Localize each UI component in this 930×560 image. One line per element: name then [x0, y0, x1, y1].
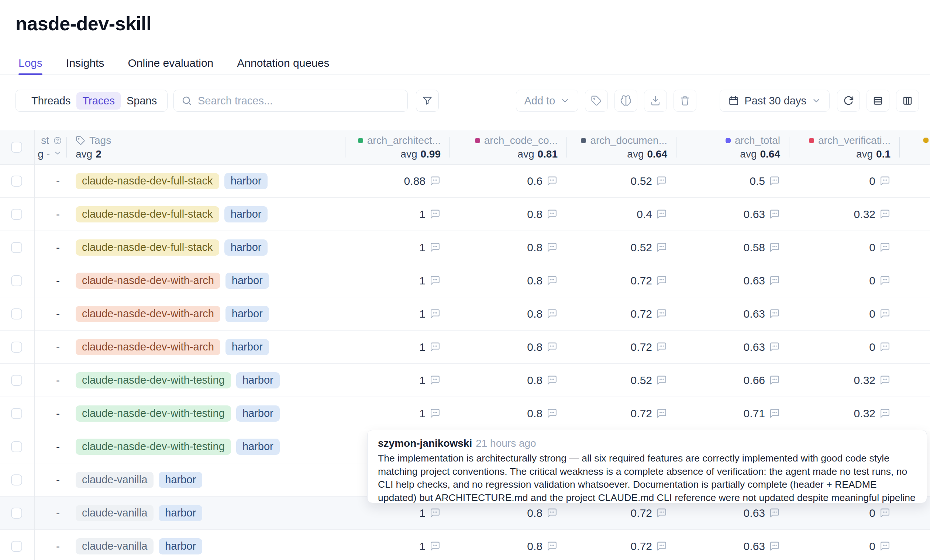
comment-icon[interactable] [769, 275, 780, 286]
comment-icon[interactable] [769, 242, 780, 253]
tab[interactable]: Logs [18, 52, 42, 74]
row-checkbox[interactable] [11, 408, 22, 419]
table-row[interactable]: - claude-nasde-dev-with-testingharbor 1 … [0, 397, 930, 430]
comment-icon[interactable] [656, 408, 667, 419]
metric-column-header[interactable]: arch_total avg 0.64 [676, 130, 789, 164]
comment-icon[interactable] [656, 308, 667, 319]
comment-icon[interactable] [547, 242, 557, 253]
comment-icon[interactable] [769, 408, 780, 419]
chevron-down-icon[interactable] [53, 149, 62, 157]
comment-icon[interactable] [879, 541, 890, 552]
tag-button[interactable] [585, 90, 608, 112]
row-checkbox[interactable] [11, 209, 22, 220]
comment-icon[interactable] [656, 375, 667, 386]
comment-icon[interactable] [879, 275, 890, 286]
comment-icon[interactable] [430, 408, 440, 419]
tab[interactable]: Annotation queues [237, 52, 329, 74]
metric-column-header[interactable]: arch_verificati... avg 0.1 [789, 130, 899, 164]
comment-icon[interactable] [656, 541, 667, 552]
view-switcher-option[interactable]: Spans [121, 92, 163, 109]
view-switcher-option[interactable]: Threads [25, 92, 76, 109]
table-row[interactable]: - claude-nasde-dev-with-archharbor 1 0.8… [0, 264, 930, 297]
comment-icon[interactable] [547, 308, 557, 319]
cost-column-header[interactable]: st g - [34, 130, 66, 164]
table-row[interactable]: - claude-vanillaharbor 1 0.8 0.72 0.63 0 [0, 530, 930, 560]
row-checkbox[interactable] [11, 441, 22, 452]
score-cell: 1 [345, 297, 450, 330]
comment-icon[interactable] [547, 342, 557, 352]
comment-icon[interactable] [430, 275, 440, 286]
comment-icon[interactable] [656, 342, 667, 352]
view-switcher-option[interactable]: Traces [76, 92, 121, 109]
metric-column-header[interactable]: arch_code_co... avg 0.81 [450, 130, 567, 164]
add-to-button[interactable]: Add to [516, 90, 579, 112]
comment-icon[interactable] [879, 508, 890, 518]
table-row[interactable]: - claude-nasde-dev-with-archharbor 1 0.8… [0, 331, 930, 364]
comment-icon[interactable] [547, 275, 557, 286]
comment-icon[interactable] [547, 209, 557, 220]
row-checkbox[interactable] [11, 342, 22, 353]
comment-icon[interactable] [547, 408, 557, 419]
comment-icon[interactable] [879, 242, 890, 253]
row-checkbox[interactable] [11, 474, 22, 486]
columns-button[interactable] [896, 90, 919, 112]
comment-icon[interactable] [769, 175, 780, 186]
table-row[interactable]: - claude-nasde-dev-with-testingharbor 1 … [0, 364, 930, 397]
comment-icon[interactable] [430, 508, 440, 518]
row-checkbox[interactable] [11, 242, 22, 253]
metric-column-header[interactable]: arch_architect... avg 0.99 [345, 130, 450, 164]
comment-icon[interactable] [769, 375, 780, 386]
comment-icon[interactable] [879, 408, 890, 419]
help-icon[interactable] [53, 136, 62, 145]
comment-icon[interactable] [547, 541, 557, 552]
filter-button[interactable] [416, 90, 439, 112]
comment-icon[interactable] [430, 375, 440, 386]
row-density-button[interactable] [867, 90, 889, 112]
comment-icon[interactable] [430, 308, 440, 319]
brain-button[interactable] [614, 90, 637, 112]
row-checkbox[interactable] [11, 541, 22, 552]
comment-icon[interactable] [656, 175, 667, 186]
tab[interactable]: Insights [66, 52, 104, 74]
date-range-button[interactable]: Past 30 days [720, 90, 830, 112]
refresh-button[interactable] [837, 90, 860, 112]
row-checkbox[interactable] [11, 508, 22, 519]
comment-icon[interactable] [769, 209, 780, 220]
tab[interactable]: Online evaluation [128, 52, 213, 74]
comment-icon[interactable] [656, 242, 667, 253]
table-row[interactable]: - claude-nasde-dev-full-stackharbor 0.88… [0, 165, 930, 198]
comment-icon[interactable] [879, 375, 890, 386]
table-row[interactable]: - claude-nasde-dev-full-stackharbor 1 0.… [0, 198, 930, 231]
comment-icon[interactable] [547, 175, 557, 186]
select-all-checkbox[interactable] [11, 142, 22, 153]
comment-icon[interactable] [656, 275, 667, 286]
comment-icon[interactable] [879, 209, 890, 220]
comment-icon[interactable] [430, 541, 440, 552]
comment-icon[interactable] [430, 242, 440, 253]
download-button[interactable] [644, 90, 667, 112]
row-checkbox[interactable] [11, 175, 22, 187]
comment-icon[interactable] [879, 175, 890, 186]
row-checkbox[interactable] [11, 375, 22, 386]
comment-icon[interactable] [656, 209, 667, 220]
comment-icon[interactable] [656, 508, 667, 518]
comment-icon[interactable] [879, 342, 890, 352]
metric-column-header[interactable]: arch_documen... avg 0.64 [567, 130, 676, 164]
table-row[interactable]: - claude-nasde-dev-with-archharbor 1 0.8… [0, 297, 930, 331]
delete-button[interactable] [673, 90, 696, 112]
comment-icon[interactable] [547, 375, 557, 386]
row-checkbox[interactable] [11, 275, 22, 286]
comment-icon[interactable] [547, 508, 557, 518]
comment-icon[interactable] [430, 342, 440, 352]
table-row[interactable]: - claude-nasde-dev-full-stackharbor 1 0.… [0, 231, 930, 264]
comment-icon[interactable] [769, 308, 780, 319]
comment-icon[interactable] [879, 308, 890, 319]
tags-column-header[interactable]: Tags avg 2 [66, 130, 345, 164]
comment-icon[interactable] [430, 175, 440, 186]
comment-icon[interactable] [430, 209, 440, 220]
comment-icon[interactable] [769, 342, 780, 352]
comment-icon[interactable] [769, 508, 780, 518]
search-input[interactable]: Search traces... [174, 90, 408, 112]
row-checkbox[interactable] [11, 308, 22, 320]
comment-icon[interactable] [769, 541, 780, 552]
